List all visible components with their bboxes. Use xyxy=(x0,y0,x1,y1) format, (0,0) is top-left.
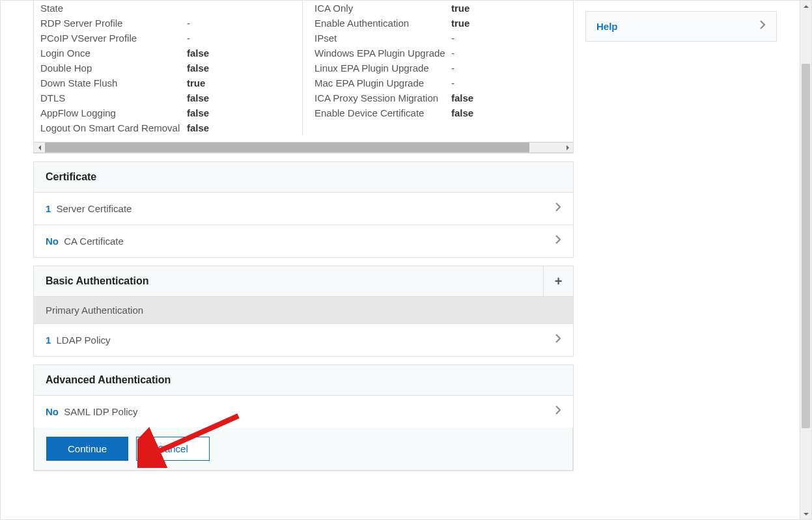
kv-logout-on-smartcard: Logout On Smart Card Removal false xyxy=(34,120,302,135)
kv-label: ICA Only xyxy=(309,3,451,14)
scrollbar-thumb[interactable] xyxy=(802,64,810,428)
cancel-button[interactable]: Cancel xyxy=(136,437,210,461)
kv-value: - xyxy=(451,33,566,44)
row-count: 1 xyxy=(46,203,51,214)
continue-button[interactable]: Continue xyxy=(46,437,128,461)
row-text: Server Certificate xyxy=(57,203,132,214)
kv-down-state-flush: Down State Flush true xyxy=(34,75,302,90)
row-label: 1 Server Certificate xyxy=(46,203,555,214)
basic-auth-panel-header: Basic Authentication + xyxy=(34,266,573,296)
kv-ica-only: ICA Only true xyxy=(303,1,572,16)
chevron-right-icon xyxy=(555,333,561,347)
kv-value: - xyxy=(451,62,566,74)
ldap-policy-row[interactable]: 1 LDAP Policy xyxy=(34,323,573,356)
scrollbar-thumb[interactable] xyxy=(45,143,529,152)
kv-value: false xyxy=(187,48,296,59)
plus-icon: + xyxy=(555,274,563,289)
kv-value: true xyxy=(187,77,296,89)
kv-mac-epa: Mac EPA Plugin Upgrade - xyxy=(303,75,572,90)
kv-value: - xyxy=(187,18,296,29)
saml-idp-policy-row[interactable]: No SAML IDP Policy xyxy=(34,395,573,428)
kv-label: Mac EPA Plugin Upgrade xyxy=(309,77,451,89)
kv-value: - xyxy=(187,33,296,44)
kv-value: false xyxy=(187,122,296,133)
kv-label: RDP Server Profile xyxy=(40,18,187,29)
row-text: LDAP Policy xyxy=(57,335,111,346)
chevron-right-icon xyxy=(555,234,561,248)
details-horizontal-scrollbar[interactable] xyxy=(34,142,573,153)
kv-label: Enable Device Certificate xyxy=(309,107,451,118)
kv-enable-auth: Enable Authentication true xyxy=(303,16,572,31)
chevron-right-icon xyxy=(555,202,561,215)
row-count: No xyxy=(46,406,59,417)
vserver-details: State RDP Server Profile - PCoIP VServer… xyxy=(33,1,574,154)
kv-label: ICA Proxy Session Migration xyxy=(309,92,451,103)
kv-state: State xyxy=(34,1,302,16)
details-left-column: State RDP Server Profile - PCoIP VServer… xyxy=(34,1,302,135)
ca-certificate-row[interactable]: No CA Certificate xyxy=(34,225,573,257)
row-label: No CA Certificate xyxy=(46,236,555,247)
kv-label: PCoIP VServer Profile xyxy=(40,33,187,44)
help-panel[interactable]: Help xyxy=(585,11,777,42)
kv-label: IPset xyxy=(309,33,451,44)
action-bar: Continue Cancel xyxy=(34,428,573,471)
kv-label: DTLS xyxy=(40,92,187,103)
kv-value: true xyxy=(451,18,566,29)
scroll-left-icon[interactable] xyxy=(34,143,45,152)
kv-dtls: DTLS false xyxy=(34,90,302,105)
kv-value: false xyxy=(451,92,566,103)
main-pane: State RDP Server Profile - PCoIP VServer… xyxy=(33,1,574,471)
certificate-panel: Certificate 1 Server Certificate No CA C… xyxy=(33,161,574,258)
certificate-panel-header: Certificate xyxy=(34,162,573,192)
kv-label: Login Once xyxy=(40,48,187,59)
row-count: 1 xyxy=(46,335,51,346)
scroll-down-icon[interactable] xyxy=(800,508,811,519)
scroll-up-icon[interactable] xyxy=(800,1,811,12)
chevron-right-icon xyxy=(555,405,561,418)
scroll-right-icon[interactable] xyxy=(562,143,573,152)
kv-appflow-logging: AppFlow Logging false xyxy=(34,105,302,120)
scrollbar-track[interactable] xyxy=(800,12,811,508)
help-label: Help xyxy=(596,21,759,32)
kv-value: false xyxy=(187,62,296,74)
panel-title: Advanced Authentication xyxy=(46,374,561,386)
kv-rdp-server-profile: RDP Server Profile - xyxy=(34,16,302,31)
row-text: CA Certificate xyxy=(64,236,124,247)
kv-label: Windows EPA Plugin Upgrade xyxy=(309,48,451,59)
kv-ica-proxy-session-migration: ICA Proxy Session Migration false xyxy=(303,90,572,105)
advanced-auth-panel-header: Advanced Authentication xyxy=(34,365,573,395)
kv-label: Linux EPA Plugin Upgrade xyxy=(309,62,451,74)
kv-label: State xyxy=(40,3,187,14)
chevron-right-icon xyxy=(759,20,766,33)
kv-value: false xyxy=(187,92,296,103)
server-certificate-row[interactable]: 1 Server Certificate xyxy=(34,192,573,225)
kv-windows-epa: Windows EPA Plugin Upgrade - xyxy=(303,46,572,61)
kv-label: AppFlow Logging xyxy=(40,107,187,118)
row-count: No xyxy=(46,236,59,247)
kv-value: false xyxy=(451,107,566,118)
panel-title: Certificate xyxy=(46,171,561,183)
kv-label: Logout On Smart Card Removal xyxy=(40,122,187,133)
row-label: No SAML IDP Policy xyxy=(46,406,555,417)
panel-title: Basic Authentication xyxy=(46,275,543,287)
window-vertical-scrollbar[interactable] xyxy=(800,1,811,519)
row-text: SAML IDP Policy xyxy=(64,406,137,417)
kv-double-hop: Double Hop false xyxy=(34,61,302,75)
scrollbar-track[interactable] xyxy=(529,143,562,152)
subheader-text: Primary Authentication xyxy=(46,305,143,316)
kv-value: - xyxy=(451,77,566,89)
kv-value: false xyxy=(187,107,296,118)
kv-enable-device-cert: Enable Device Certificate false xyxy=(303,105,572,120)
kv-label: Double Hop xyxy=(40,62,187,74)
kv-pcoip-vserver-profile: PCoIP VServer Profile - xyxy=(34,31,302,46)
kv-ipset: IPset - xyxy=(303,31,572,46)
primary-authentication-subheader: Primary Authentication xyxy=(34,296,573,323)
advanced-authentication-panel: Advanced Authentication No SAML IDP Poli… xyxy=(33,364,574,471)
basic-authentication-panel: Basic Authentication + Primary Authentic… xyxy=(33,266,574,357)
kv-linux-epa: Linux EPA Plugin Upgrade - xyxy=(303,61,572,75)
add-basic-auth-button[interactable]: + xyxy=(543,266,573,296)
kv-login-once: Login Once false xyxy=(34,46,302,61)
details-right-column: ICA Only true Enable Authentication true… xyxy=(302,1,572,135)
kv-label: Enable Authentication xyxy=(309,18,451,29)
row-label: 1 LDAP Policy xyxy=(46,335,555,346)
